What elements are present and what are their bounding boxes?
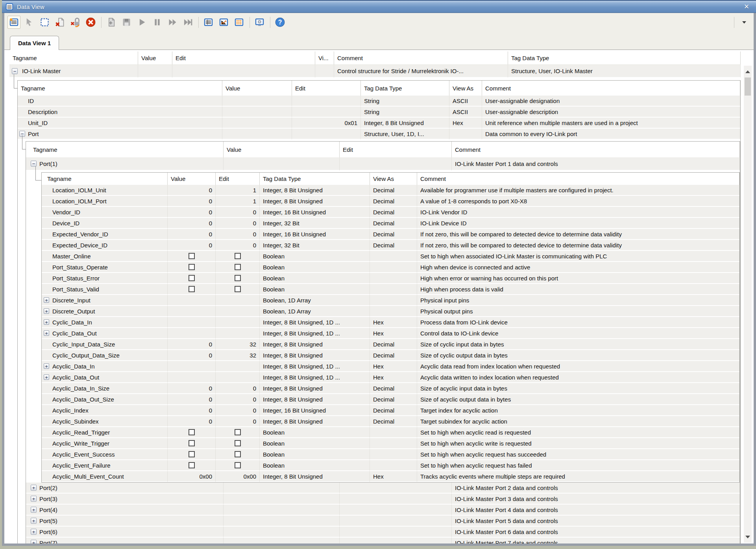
viewas-cell[interactable]: Decimal <box>370 218 417 229</box>
edit-cell[interactable] <box>292 96 361 107</box>
table-row[interactable]: Cyclic_Input_Data_Size 0 32 <box>42 339 739 350</box>
edit-cell[interactable]: 0x00 <box>216 471 260 482</box>
tagname-cell[interactable]: Master_Online <box>42 251 168 262</box>
titlebar[interactable]: Data View × <box>2 0 756 13</box>
viewas-cell[interactable]: Decimal <box>370 394 417 405</box>
tagname-cell[interactable]: Unit_ID <box>18 118 222 129</box>
tagname-cell[interactable]: Acyclic_Data_Out_Size <box>42 394 168 405</box>
edit-checkbox[interactable] <box>235 440 241 446</box>
table-row[interactable]: Port_Status_Error Boole <box>42 273 739 284</box>
edit-checkbox[interactable] <box>235 264 241 270</box>
viewas-cell[interactable]: Decimal <box>370 196 417 207</box>
edit-cell[interactable] <box>216 295 260 306</box>
edit-cell[interactable]: 0 <box>216 383 260 394</box>
value-cell[interactable]: 0 <box>168 405 216 416</box>
table-row[interactable]: Acyclic_Data_Out_Size 0 0 <box>42 394 739 405</box>
grid-view-button[interactable] <box>233 16 246 29</box>
tagname-cell[interactable]: + Discrete_Output <box>42 306 168 317</box>
edit-checkbox[interactable] <box>235 429 241 435</box>
tagname-cell[interactable]: + Port(2) <box>26 483 224 494</box>
table-row[interactable]: Expected_Vendor_ID 0 0 In <box>42 229 739 240</box>
skip-to-end-button[interactable] <box>181 16 194 29</box>
table-row[interactable]: Port_Status_Operate Boo <box>42 262 739 273</box>
value-cell[interactable] <box>168 460 216 471</box>
edit-cell[interactable]: 0 <box>216 405 260 416</box>
edit-cell[interactable]: 0x01 <box>292 118 361 129</box>
table-row[interactable]: + Port(6) IO-Link Master Port 6 data and… <box>26 527 740 538</box>
value-cell[interactable] <box>168 317 216 328</box>
table-row[interactable]: Acyclic_Data_In_Size 0 0 <box>42 383 739 394</box>
expand-icon[interactable]: + <box>44 308 49 314</box>
value-cell[interactable] <box>224 494 340 505</box>
close-icon[interactable]: × <box>741 3 752 11</box>
tagname-cell[interactable]: Acyclic_Subindex <box>42 416 168 427</box>
tagname-cell[interactable]: + Discrete_Input <box>42 295 168 306</box>
tagname-cell[interactable]: + Cyclic_Data_In <box>42 317 168 328</box>
scroll-down-button[interactable] <box>744 532 752 542</box>
expand-icon[interactable]: + <box>44 319 49 325</box>
value-cell[interactable]: 0 <box>168 350 216 361</box>
edit-cell[interactable]: 1 <box>216 196 260 207</box>
value-cell[interactable] <box>224 527 340 538</box>
collapse-icon[interactable]: − <box>31 161 37 167</box>
tagname-cell[interactable]: Expected_Device_ID <box>42 240 168 251</box>
table-row[interactable]: Acyclic_Event_Success B <box>42 449 739 460</box>
table-row[interactable]: Port_Status_Valid Boole <box>42 284 739 295</box>
viewas-cell[interactable] <box>315 65 334 78</box>
expand-icon[interactable]: + <box>31 485 37 491</box>
value-checkbox[interactable] <box>189 451 195 457</box>
table-row[interactable]: Expected_Device_ID 0 0 In <box>42 240 739 251</box>
unlock-delete-button[interactable] <box>69 16 82 29</box>
tagname-cell[interactable]: Device_ID <box>42 218 168 229</box>
viewas-cell[interactable]: Decimal <box>370 405 417 416</box>
value-cell[interactable]: 0 <box>168 339 216 350</box>
save-button[interactable] <box>120 16 133 29</box>
table-row[interactable]: + Port(2) IO-Link Master Port 2 data and… <box>26 483 740 494</box>
value-cell[interactable] <box>168 273 216 284</box>
table-row[interactable]: Acyclic_Multi_Event_Count 0x00 0x00 <box>42 471 739 482</box>
tagname-cell[interactable]: + Port(3) <box>26 494 224 505</box>
edit-cell[interactable]: 32 <box>216 350 260 361</box>
value-cell[interactable] <box>222 107 292 118</box>
table-row[interactable]: ID String ASCII User-assignable designat… <box>18 96 740 107</box>
toolbar-overflow-button[interactable] <box>738 16 750 29</box>
edit-cell[interactable]: 0 <box>216 207 260 218</box>
table-row[interactable]: Acyclic_Write_Trigger B <box>42 438 739 449</box>
table-row[interactable]: + Port(7) IO-Link Master Port 7 data and… <box>26 538 740 543</box>
table-row[interactable]: Vendor_ID 0 0 Integer, 16 <box>42 207 739 218</box>
table-row[interactable]: + Discrete_Output <box>42 306 739 317</box>
viewas-cell[interactable]: Decimal <box>370 229 417 240</box>
tagname-cell[interactable]: ID <box>18 96 222 107</box>
edit-cell[interactable] <box>340 157 452 171</box>
edit-checkbox[interactable] <box>235 451 241 457</box>
tagname-cell[interactable]: Cyclic_Output_Data_Size <box>42 350 168 361</box>
table-row[interactable]: + Acyclic_Data_Out <box>42 372 739 383</box>
tagname-cell[interactable]: Port_Status_Valid <box>42 284 168 295</box>
value-cell[interactable] <box>224 505 340 516</box>
viewas-cell[interactable] <box>370 460 417 471</box>
table-row[interactable]: Description String ASCII User-assignable… <box>18 107 740 118</box>
collapse-icon[interactable]: − <box>12 68 18 74</box>
viewas-cell[interactable] <box>370 262 417 273</box>
viewas-cell[interactable]: Hex <box>449 118 482 129</box>
value-cell[interactable]: 0 <box>168 383 216 394</box>
viewas-cell[interactable]: ASCII <box>449 107 482 118</box>
value-checkbox[interactable] <box>189 440 195 446</box>
table-row[interactable]: − IO-Link Master Control structure for S… <box>9 65 741 78</box>
tagname-cell[interactable]: − Port(1) <box>26 157 224 171</box>
edit-cell[interactable] <box>216 427 260 438</box>
edit-cell[interactable] <box>340 516 452 527</box>
table-row[interactable]: Location_IOLM_Unit 0 1 In <box>42 185 739 196</box>
cancel-button[interactable] <box>84 16 97 29</box>
tagname-cell[interactable]: Acyclic_Event_Success <box>42 449 168 460</box>
value-checkbox[interactable] <box>189 429 195 435</box>
value-cell[interactable] <box>224 483 340 494</box>
tagname-cell[interactable]: + Acyclic_Data_In <box>42 361 168 372</box>
tagname-cell[interactable]: Acyclic_Write_Trigger <box>42 438 168 449</box>
edit-checkbox[interactable] <box>235 286 241 292</box>
value-cell[interactable] <box>222 118 292 129</box>
tagname-cell[interactable]: Cyclic_Input_Data_Size <box>42 339 168 350</box>
scrollbar-thumb[interactable] <box>745 77 751 96</box>
viewas-cell[interactable]: Decimal <box>370 185 417 196</box>
expand-icon[interactable]: + <box>44 297 49 303</box>
